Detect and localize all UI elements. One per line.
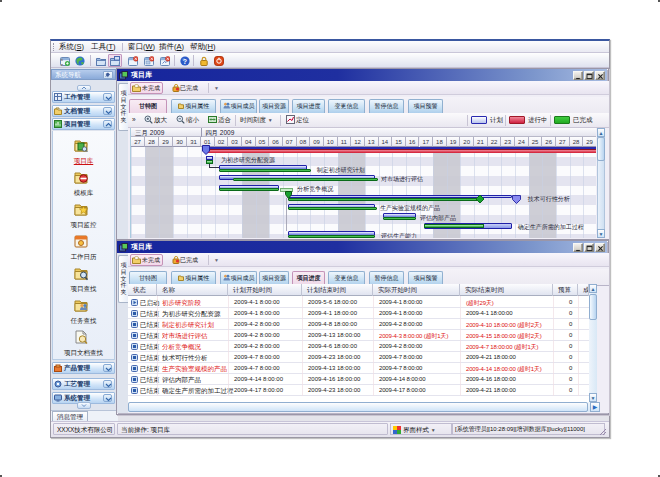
- svg-text:?: ?: [182, 58, 186, 65]
